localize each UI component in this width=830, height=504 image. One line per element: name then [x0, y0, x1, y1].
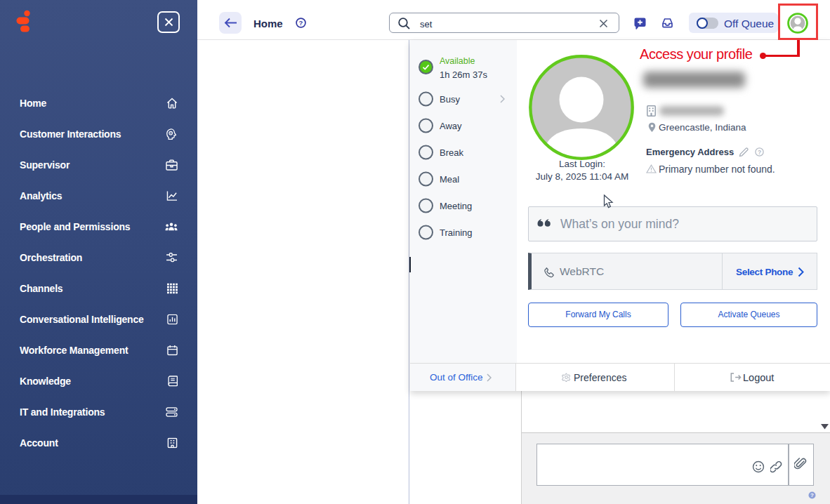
svg-text:?: ? — [758, 149, 761, 156]
svg-text:?: ? — [810, 492, 814, 498]
svg-text:?: ? — [299, 19, 303, 27]
